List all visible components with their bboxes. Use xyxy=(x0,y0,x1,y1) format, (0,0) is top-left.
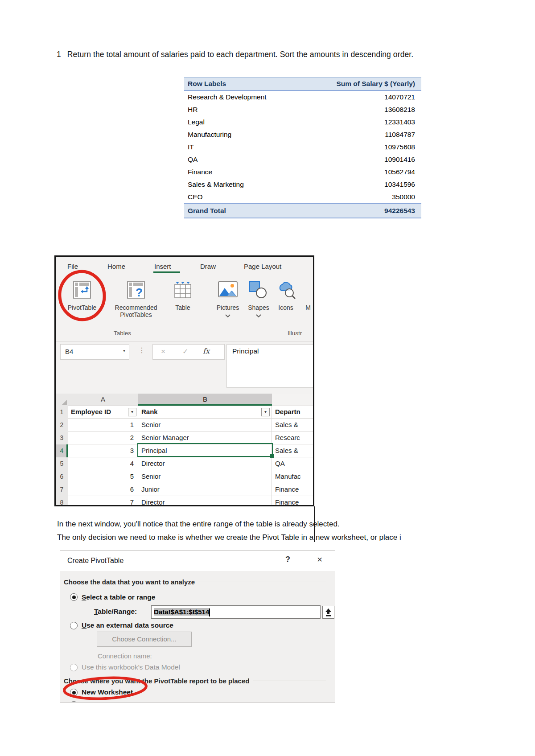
radio-existing-worksheet-label: Existing Worksheet xyxy=(82,701,146,703)
recommended-pivottables-icon[interactable]: ? xyxy=(126,280,146,300)
cell[interactable]: 6 xyxy=(68,483,138,496)
table-row: 1 Employee ID Rank Departn ▾ ▾ xyxy=(56,406,313,419)
name-box-dropdown-icon[interactable]: ▾ xyxy=(123,348,125,353)
cell[interactable]: Finance xyxy=(272,483,313,496)
pivottable-button[interactable]: PivotTable xyxy=(57,304,107,311)
pivot-row-label: QA xyxy=(184,156,330,164)
row-number[interactable]: 7 xyxy=(56,483,68,497)
radio-data-model-label: Use this workbook's Data Model xyxy=(82,663,180,671)
formula-bar-input[interactable]: Principal xyxy=(226,344,314,388)
radio-new-worksheet-label: New Worksheet xyxy=(82,688,133,696)
cell[interactable]: Senior xyxy=(138,419,272,431)
radio1-text: elect a table or range xyxy=(86,593,155,601)
close-icon[interactable]: × xyxy=(317,554,322,565)
table-button[interactable]: Table xyxy=(169,304,196,311)
tab-insert[interactable]: Insert xyxy=(154,263,171,270)
column-header-b[interactable]: B xyxy=(138,394,272,406)
cell[interactable]: Sales & xyxy=(272,444,313,457)
tab-page-layout[interactable]: Page Layout xyxy=(244,263,281,270)
ribbon-bottom-divider xyxy=(56,341,313,341)
pivot-row-value: 11084787 xyxy=(330,131,421,139)
pictures-chevron-down-icon[interactable] xyxy=(225,314,231,318)
filter-dropdown-icon[interactable]: ▾ xyxy=(128,408,136,416)
cell[interactable]: Director xyxy=(138,496,272,505)
cell[interactable]: 4 xyxy=(68,457,138,470)
table-row: 2 1 Senior Sales & xyxy=(56,419,313,431)
pictures-button[interactable]: Pictures xyxy=(213,304,243,311)
recommended-label-line1: Recommended xyxy=(107,304,165,311)
cell-c1[interactable]: Departn xyxy=(272,406,313,419)
pivot-row-label: HR xyxy=(184,106,330,114)
cell[interactable]: 2 xyxy=(68,431,138,444)
row-number[interactable]: 4 xyxy=(56,444,68,458)
enter-icon[interactable]: ✓ xyxy=(182,347,188,356)
pictures-icon[interactable] xyxy=(218,281,238,298)
table-range-value: Data!$A$1:$I$514 xyxy=(154,608,209,616)
cell[interactable]: 7 xyxy=(68,496,138,505)
connection-name-label: Connection name: xyxy=(98,652,152,660)
table-icon[interactable] xyxy=(173,280,193,300)
cell[interactable]: Senior xyxy=(138,470,272,483)
pivot-row: Research & Development14070721 xyxy=(184,91,421,103)
cell[interactable]: 5 xyxy=(68,470,138,483)
select-all-corner[interactable] xyxy=(56,394,68,406)
svg-text:?: ? xyxy=(136,286,143,299)
pivot-row-label: IT xyxy=(184,143,330,151)
recommended-pivottables-button[interactable]: Recommended PivotTables xyxy=(107,304,165,318)
row-number[interactable]: 3 xyxy=(56,431,68,445)
cell[interactable]: 3 xyxy=(68,444,138,457)
grand-total-label: Grand Total xyxy=(184,207,330,215)
cell-selection-border[interactable] xyxy=(137,443,273,457)
tab-file[interactable]: File xyxy=(67,263,78,270)
cancel-icon[interactable]: × xyxy=(161,347,165,356)
row-number[interactable]: 1 xyxy=(56,406,68,419)
choose-connection-button[interactable]: Choose Connection... xyxy=(97,632,192,647)
pivot-header-sum: Sum of Salary $ (Yearly) xyxy=(330,80,421,88)
fill-handle[interactable] xyxy=(270,454,274,458)
cell[interactable]: QA xyxy=(272,457,313,470)
name-box[interactable]: B4 ▾ xyxy=(60,344,129,360)
table-range-input[interactable]: Data!$A$1:$I$514 xyxy=(151,605,321,619)
cell[interactable]: Junior xyxy=(138,483,272,496)
radio-existing-worksheet[interactable] xyxy=(70,701,78,703)
cell[interactable]: 1 xyxy=(68,419,138,431)
tab-draw[interactable]: Draw xyxy=(200,263,216,270)
formula-bar-content: Principal xyxy=(232,347,259,355)
icons-button[interactable]: Icons xyxy=(274,304,297,311)
row-number[interactable]: 2 xyxy=(56,419,68,432)
cell-b1[interactable]: Rank xyxy=(138,406,272,419)
insert-function-icon[interactable]: fx xyxy=(203,347,210,355)
section-choose-placement: Choose where you want the PivotTable rep… xyxy=(64,677,331,685)
radio-external-data-source[interactable] xyxy=(70,622,78,629)
corner-triangle-icon xyxy=(62,400,67,405)
tab-home[interactable]: Home xyxy=(107,263,125,270)
pivot-row-label: CEO xyxy=(184,193,330,201)
row-number[interactable]: 6 xyxy=(56,470,68,484)
pivottable-icon[interactable] xyxy=(72,280,92,300)
column-header-a[interactable]: A xyxy=(68,394,139,406)
radio-data-model[interactable] xyxy=(70,664,78,671)
help-icon[interactable]: ? xyxy=(285,555,290,564)
pivot-row-value: 12331403 xyxy=(330,118,421,126)
cell[interactable]: Researc xyxy=(272,431,313,444)
paragraph-line-2: The only decision we need to make is whe… xyxy=(57,533,401,542)
column-header-c[interactable] xyxy=(272,394,313,406)
radio-new-worksheet[interactable] xyxy=(70,689,78,696)
shapes-chevron-down-icon[interactable] xyxy=(255,314,262,318)
cell[interactable]: Director xyxy=(138,457,272,470)
shapes-button[interactable]: Shapes xyxy=(245,304,272,311)
row-number[interactable]: 8 xyxy=(56,496,68,505)
cell[interactable]: Senior Manager xyxy=(138,431,272,444)
row-number[interactable]: 5 xyxy=(56,457,68,471)
document-page: 1Return the total amount of salaries pai… xyxy=(0,0,535,756)
filter-dropdown-icon[interactable]: ▾ xyxy=(261,408,270,416)
radio-select-table-range[interactable] xyxy=(70,593,78,601)
cell[interactable]: Manufac xyxy=(272,470,313,483)
collapse-dialog-button[interactable] xyxy=(322,606,334,619)
shapes-icon[interactable] xyxy=(249,281,268,299)
pivot-row-label: Finance xyxy=(184,168,330,176)
icons-icon[interactable] xyxy=(277,281,297,300)
cell[interactable]: Finance xyxy=(272,496,313,505)
cell[interactable]: Sales & xyxy=(272,419,313,431)
screenshot-edge-line xyxy=(314,506,315,542)
